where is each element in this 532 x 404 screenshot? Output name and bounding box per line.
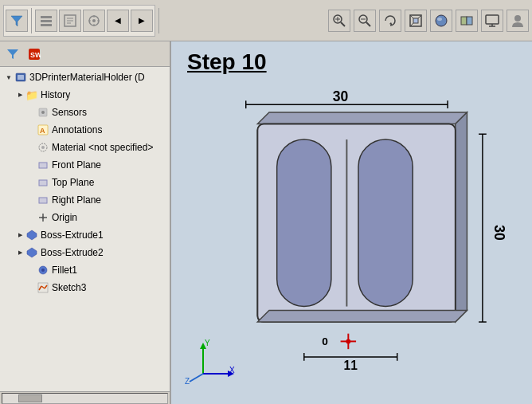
svg-point-41 [41, 111, 45, 114]
tree-label-fillet1: Fillet1 [52, 265, 77, 276]
tree-label-boss-extrude2: Boss-Extrude2 [41, 247, 104, 258]
scroll-right-button[interactable]: ▶ [131, 10, 153, 32]
svg-point-51 [42, 217, 45, 219]
svg-text:30: 30 [491, 225, 507, 241]
tree-item-fillet1[interactable]: Fillet1 [0, 261, 170, 279]
separator-1 [31, 8, 32, 33]
tree-item-sketch3[interactable]: Sketch3 [0, 279, 170, 296]
svg-point-9 [92, 19, 96, 22]
toolbar-group-main: ◀ ▶ [3, 5, 155, 37]
svg-point-27 [436, 15, 447, 26]
tree-label-origin: Origin [52, 212, 77, 223]
tree-view-button[interactable] [35, 10, 57, 32]
tree-icon-material [37, 141, 49, 154]
toolbar-top: ◀ ▶ [0, 0, 532, 41]
tree-arrow-annotations [25, 124, 37, 135]
tree-icon-history: 📁 [25, 88, 38, 101]
target-button[interactable] [83, 10, 105, 32]
3d-model: 30 30 11 [191, 81, 526, 384]
svg-rect-39 [18, 75, 24, 80]
tree-icon-annotations: A [37, 124, 49, 136]
tree-label-right-plane: Right Plane [52, 194, 101, 206]
tree-item-right-plane[interactable]: Right Plane [0, 191, 170, 209]
tree-item-material[interactable]: Material <not specified> [0, 139, 170, 156]
svg-line-57 [39, 286, 41, 290]
tree-label-annotations: Annotations [52, 124, 102, 135]
svg-marker-0 [11, 16, 22, 26]
render-button[interactable] [430, 10, 452, 32]
zoom-region-button[interactable] [328, 10, 350, 32]
tree-label-sensors: Sensors [52, 107, 87, 118]
rotate-button[interactable] [379, 10, 401, 32]
svg-text:Y: Y [205, 339, 210, 347]
svg-rect-3 [41, 24, 52, 26]
svg-marker-52 [27, 230, 37, 240]
svg-rect-47 [39, 180, 47, 186]
svg-rect-48 [39, 198, 47, 203]
feature-tree-panel: SW ▼ 3DPrinterMaterialHolder (D ▶ [0, 41, 171, 404]
svg-line-19 [366, 22, 370, 26]
separator-2 [158, 8, 159, 33]
view3d-button[interactable] [405, 10, 427, 32]
tree-arrow-sketch3 [25, 282, 37, 293]
svg-marker-53 [27, 248, 37, 257]
tree-label-top-plane: Top Plane [52, 177, 94, 188]
view-orient-button[interactable] [456, 10, 478, 32]
tree-item-root[interactable]: ▼ 3DPrinterMaterialHolder (D [0, 69, 170, 86]
tree-arrow-origin [25, 212, 37, 223]
tree-item-sensors[interactable]: Sensors [0, 104, 170, 121]
svg-rect-78 [358, 139, 413, 306]
tree-item-front-plane[interactable]: Front Plane [0, 156, 170, 174]
svg-line-15 [341, 22, 345, 26]
tree-icon-fillet1 [37, 264, 49, 277]
svg-text:11: 11 [344, 359, 358, 372]
panel-hscrollbar[interactable] [0, 391, 170, 404]
zoom-fit-button[interactable] [354, 10, 376, 32]
svg-rect-2 [41, 20, 52, 22]
properties-button[interactable] [59, 10, 81, 32]
tree-label-boss-extrude1: Boss-Extrude1 [41, 229, 104, 241]
svg-text:Z: Z [185, 377, 190, 386]
svg-point-34 [514, 15, 521, 22]
tree-icon-right-plane [37, 194, 49, 206]
svg-line-58 [41, 286, 45, 288]
svg-text:0: 0 [322, 335, 328, 347]
svg-rect-29 [461, 17, 467, 25]
feature-tree: ▼ 3DPrinterMaterialHolder (D ▶ 📁 History [0, 67, 170, 391]
tree-item-history[interactable]: ▶ 📁 History [0, 86, 170, 104]
tree-arrow-root: ▼ [3, 72, 14, 83]
filter-panel-button[interactable] [3, 45, 22, 64]
tree-label-front-plane: Front Plane [52, 159, 101, 171]
view-toolbar [328, 10, 529, 32]
axis-indicator: Y X Z [183, 338, 239, 388]
tree-icon-boss-extrude1 [25, 229, 38, 241]
solidworks-logo: SW [25, 45, 44, 64]
svg-point-45 [41, 146, 45, 149]
tree-arrow-boss-extrude1: ▶ [14, 229, 25, 241]
display-button[interactable] [481, 10, 503, 32]
svg-text:30: 30 [333, 88, 349, 104]
3d-viewport[interactable]: Step 10 30 30 11 [171, 41, 532, 404]
tree-item-boss-extrude1[interactable]: ▶ Boss-Extrude1 [0, 226, 170, 244]
tree-arrow-right-plane [25, 194, 37, 206]
tree-item-annotations[interactable]: A Annotations [0, 121, 170, 139]
tree-arrow-sensors [25, 107, 37, 118]
main-content: SW ▼ 3DPrinterMaterialHolder (D ▶ [0, 41, 532, 404]
tree-item-boss-extrude2[interactable]: ▶ Boss-Extrude2 [0, 244, 170, 261]
user-button[interactable] [507, 10, 529, 32]
svg-point-28 [437, 18, 442, 21]
tree-icon-root [14, 71, 27, 84]
hscrollbar-track[interactable] [2, 393, 168, 404]
axis-svg: Y X Z [183, 338, 239, 386]
svg-text:X: X [229, 366, 235, 375]
hscrollbar-thumb[interactable] [18, 394, 42, 402]
tree-item-top-plane[interactable]: Top Plane [0, 174, 170, 191]
tree-arrow-boss-extrude2: ▶ [14, 247, 25, 258]
tree-item-origin[interactable]: Origin [0, 209, 170, 226]
scroll-left-button[interactable]: ◀ [107, 10, 129, 32]
svg-rect-77 [277, 139, 331, 306]
svg-text:SW: SW [30, 51, 41, 59]
filter-button[interactable] [6, 10, 28, 32]
svg-text:A: A [40, 127, 45, 135]
tree-label-history: History [41, 89, 70, 100]
